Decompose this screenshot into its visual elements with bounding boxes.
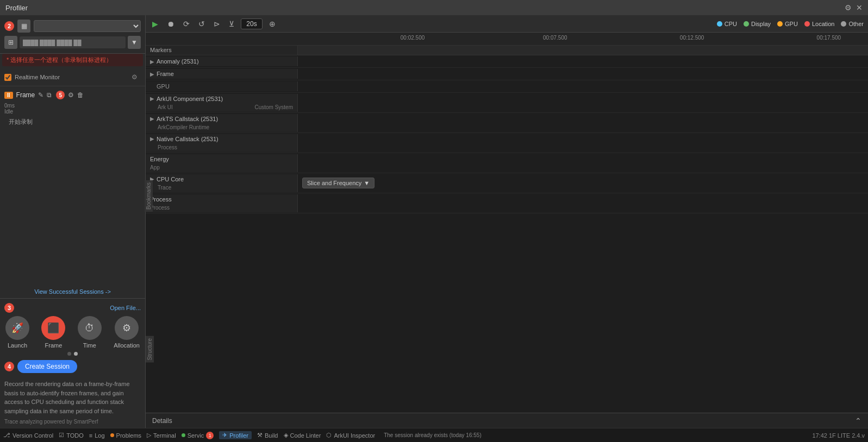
realtime-checkbox[interactable]: [4, 74, 11, 81]
todo-label: TODO: [66, 432, 84, 439]
location-label: Location: [812, 21, 835, 27]
arkui-arrow[interactable]: ▶: [150, 96, 154, 102]
profiler-icon: ✈: [222, 432, 227, 439]
cpu-label: CPU: [725, 21, 737, 27]
energy-content: [298, 153, 868, 173]
mode-launch[interactable]: 🚀 Launch: [5, 316, 29, 349]
details-expand-btn[interactable]: ⌃: [855, 416, 861, 425]
cpu-dot: [717, 21, 722, 27]
title-bar-actions: ⚙ ✕: [845, 3, 863, 12]
problems-label: Problems: [116, 432, 141, 439]
track-label-process: Process Process: [146, 194, 298, 212]
todo-icon: ☑: [59, 432, 64, 439]
terminal-item[interactable]: ▷ Terminal: [147, 432, 176, 439]
realtime-settings[interactable]: ⚙: [128, 71, 141, 84]
markers-content: [298, 46, 868, 55]
open-file-btn[interactable]: Open File...: [110, 305, 141, 311]
create-session-btn[interactable]: Create Session: [17, 360, 77, 373]
legend-gpu: GPU: [777, 21, 798, 27]
arkts-arrow[interactable]: ▶: [150, 116, 154, 122]
step-btn[interactable]: ⊳: [211, 18, 222, 29]
frame-delete-icon[interactable]: 🗑: [77, 91, 84, 99]
track-label-anomaly: ▶ Anomaly (2531): [146, 56, 298, 66]
frame-mode-label: Frame: [45, 342, 63, 349]
version-control-label: Version Control: [13, 432, 53, 439]
status-bar: ⎇ Version Control ☑ TODO ≡ Log Problems …: [0, 428, 868, 442]
frame-meta: 0ms Idle: [4, 102, 141, 117]
energy-sub: App: [150, 165, 160, 171]
log-label: Log: [95, 432, 104, 439]
powered-by: Trace analyzing powered by SmartPerf: [0, 419, 145, 425]
mode-time[interactable]: ⏱ Time: [78, 316, 102, 349]
code-linter-item[interactable]: ◈ Code Linter: [284, 432, 321, 439]
mode-frame[interactable]: ⬛ Frame: [41, 316, 65, 349]
version-control-item[interactable]: ⎇ Version Control: [3, 432, 53, 439]
start-record-label: 开始录制: [4, 117, 141, 129]
gpu-content: [298, 80, 868, 92]
view-sessions-link[interactable]: View Successful Sessions ->: [0, 285, 145, 298]
frame-arrow[interactable]: ▶: [150, 71, 154, 77]
time-value: 20s: [241, 18, 263, 29]
legend-area: CPU Display GPU Location Other: [717, 21, 864, 27]
play-btn[interactable]: ▶: [150, 18, 160, 29]
markers-row: Markers: [146, 46, 868, 55]
native-arrow[interactable]: ▶: [150, 136, 154, 142]
service-label: Servic: [188, 432, 204, 439]
grid-icon-btn[interactable]: ▦: [17, 20, 30, 33]
settings-icon[interactable]: ⚙: [845, 3, 852, 12]
anomaly-arrow[interactable]: ▶: [150, 59, 154, 65]
icon-btn-2[interactable]: ▼: [128, 36, 141, 49]
gpu-dot: [777, 21, 783, 27]
log-item[interactable]: ≡ Log: [89, 432, 105, 439]
close-icon[interactable]: ✕: [856, 3, 863, 12]
sidebar-bottom: 3 Open File... 🚀 Launch ⬛ Frame ⏱ Time: [0, 298, 145, 428]
frame-settings-icon[interactable]: ⚙: [68, 91, 74, 99]
cpu-core-sub: Trace: [150, 185, 171, 191]
track-label-gpu: GPU: [146, 81, 298, 91]
todo-item[interactable]: ☑ TODO: [59, 432, 84, 439]
frame-edit-icon[interactable]: ✎: [38, 91, 43, 99]
realtime-label: Realtime Monitor: [15, 74, 60, 80]
frame-copy-icon[interactable]: ⧉: [47, 91, 52, 99]
arkui-sub: Ark UI: [158, 104, 173, 110]
badge-2: 2: [4, 21, 14, 31]
profiler-tab-item[interactable]: ✈ Profiler: [219, 431, 252, 439]
filter-btn[interactable]: ⊻: [227, 18, 236, 29]
frame-label: Frame: [16, 91, 35, 99]
track-area[interactable]: Markers ▶ Anomaly (2531) ▶ Frame: [146, 46, 868, 413]
bookmarks-tab[interactable]: Bookmarks: [145, 180, 153, 212]
sidebar-row-1: 2 ▦: [4, 20, 141, 33]
arkts-content: [298, 113, 868, 132]
gpu-track-text: GPU: [157, 83, 170, 90]
mode-allocation[interactable]: ⚙ Allocation: [114, 316, 140, 349]
trace-panel: ▶ ⏺ ⟳ ↺ ⊳ ⊻ 20s ⊕ CPU Display GPU: [146, 15, 868, 428]
track-cpu-core: ▶ CPU Core Trace Slice and Frequency ▼: [146, 173, 868, 193]
build-item[interactable]: ⚒ Build: [257, 432, 278, 439]
icon-btn-1[interactable]: ⊞: [4, 36, 17, 49]
arkui-inspector-item[interactable]: ⬡ ArkUI Inspector: [326, 432, 375, 439]
process-dropdown[interactable]: [34, 20, 141, 32]
status-right: 17:42 1F LITE 2.4.v: [812, 432, 865, 439]
arkui-content: [298, 93, 868, 112]
undo-btn[interactable]: ↺: [196, 18, 207, 29]
track-arkui: ▶ ArkUI Component (2531) Ark UI Custom S…: [146, 93, 868, 113]
create-session-row: 4 Create Session: [0, 360, 145, 377]
record-btn[interactable]: ⏺: [165, 18, 177, 29]
profiler-label: Profiler: [229, 432, 248, 439]
frame-section: II Frame ✎ ⧉ 5 ⚙ 🗑 0ms Idle 开始录制: [0, 86, 145, 131]
build-label: Build: [265, 432, 278, 439]
details-label: Details: [152, 417, 172, 425]
tick-3: 00:12.500: [680, 35, 704, 41]
build-icon: ⚒: [257, 432, 263, 439]
structure-tab[interactable]: Structure: [146, 336, 154, 363]
right-info: 17:42 1F LITE 2.4.v: [812, 432, 865, 439]
frame-icon: ⬛: [41, 316, 65, 340]
add-time-btn[interactable]: ⊕: [267, 18, 278, 29]
sidebar: 2 ▦ ⊞ ████ ████ ████ ██ ▼ * 选择任意一个进程（非录制…: [0, 15, 146, 428]
badge-5: 5: [56, 91, 65, 99]
anomaly-content: [298, 55, 868, 67]
service-item[interactable]: Servic 1: [182, 432, 214, 439]
refresh-btn[interactable]: ⟳: [181, 18, 192, 29]
problems-item[interactable]: Problems: [110, 432, 141, 439]
slice-freq-btn[interactable]: Slice and Frequency ▼: [302, 178, 374, 188]
